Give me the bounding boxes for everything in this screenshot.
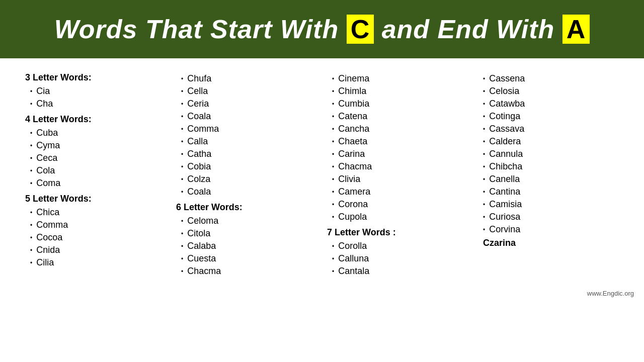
list-item: Chaeta [332,135,468,148]
section-4letter: 4 Letter Words: Cuba Cyma Ceca Cola Coma [25,114,166,190]
list-item: Cannula [483,148,619,160]
list-item: Chibcha [483,160,619,173]
section-title-3letter: 3 Letter Words: [25,72,166,83]
list-item: Corona [332,198,468,211]
words-6letter: Celoma Citola Calaba Cuesta Chacma [176,215,317,278]
words-5letter: Chica Comma Cocoa Cnida Cilia [25,206,166,269]
column-3: Cinema Chimla Cumbia Catena Cancha Chaet… [322,68,473,278]
list-item: Cassava [483,123,619,135]
list-item: Ceria [181,98,317,110]
list-item: Catena [332,110,468,123]
list-item: Chimla [332,85,468,98]
section-3letter: 3 Letter Words: Cia Cha [25,72,166,110]
list-item: Calluna [332,252,468,265]
list-item: Coala [181,110,317,123]
column-4: Cassena Celosia Catawba Cotinga Cassava … [473,68,624,278]
section-title-5letter: 5 Letter Words: [25,194,166,204]
czarina-word: Czarina [483,238,619,248]
list-item: Cantina [483,186,619,198]
list-item: Corolla [332,240,468,252]
website-url: www.Engdic.org [587,290,634,297]
list-item: Cola [30,164,166,177]
list-item: Cobia [181,160,317,173]
content-area: 3 Letter Words: Cia Cha 4 Letter Words: … [0,58,644,288]
list-item: Comma [30,219,166,231]
page-title: Words That Start With C and End With A [20,14,624,44]
list-item: Chacma [181,265,317,278]
list-item: Cocoa [30,231,166,244]
page-header: Words That Start With C and End With A [0,0,644,58]
list-item: Canella [483,173,619,186]
list-item: Colza [181,173,317,186]
section-title-6letter: 6 Letter Words: [176,202,317,213]
list-item: Cinema [332,72,468,85]
list-item: Cnida [30,244,166,256]
section-7letter: 7 Letter Words : Corolla Calluna Cantala [327,227,468,278]
list-item: Cha [30,98,166,110]
list-item: Catawba [483,98,619,110]
list-item: Comma [181,123,317,135]
column-1: 3 Letter Words: Cia Cha 4 Letter Words: … [20,68,171,278]
section-title-4letter: 4 Letter Words: [25,114,166,125]
list-item: Cancha [332,123,468,135]
list-item: Cupola [332,211,468,223]
list-item: Catha [181,148,317,160]
list-item: Cuesta [181,252,317,265]
section-5letter: 5 Letter Words: Chica Comma Cocoa Cnida … [25,194,166,269]
list-item: Corvina [483,223,619,236]
list-item: Coma [30,177,166,190]
list-item: Coala [181,186,317,198]
list-item: Chufa [181,72,317,85]
list-item: Cumbia [332,98,468,110]
words-7letter: Corolla Calluna Cantala [327,240,468,278]
list-item: Caldera [483,135,619,148]
list-item: Cotinga [483,110,619,123]
list-item: Ceca [30,152,166,164]
words-3letter: Cia Cha [25,85,166,110]
list-item: Cella [181,85,317,98]
column-2: Chufa Cella Ceria Coala Comma Calla Cath… [171,68,322,278]
list-item: Camera [332,186,468,198]
list-item: Chica [30,206,166,219]
words-col4: Cassena Celosia Catawba Cotinga Cassava … [478,72,619,236]
words-col2-top: Chufa Cella Ceria Coala Comma Calla Cath… [176,72,317,198]
footer: www.Engdic.org [0,288,644,301]
title-prefix: Words That Start With [54,15,347,44]
list-item: Cuba [30,127,166,139]
list-item: Cilia [30,256,166,269]
list-item: Cia [30,85,166,98]
list-item: Citola [181,227,317,240]
list-item: Clivia [332,173,468,186]
list-item: Celoma [181,215,317,227]
words-4letter: Cuba Cyma Ceca Cola Coma [25,127,166,190]
list-item: Camisia [483,198,619,211]
letter-c: C [347,15,374,44]
list-item: Celosia [483,85,619,98]
section-6letter: 6 Letter Words: Celoma Citola Calaba Cue… [176,202,317,278]
list-item: Calla [181,135,317,148]
words-col3-top: Cinema Chimla Cumbia Catena Cancha Chaet… [327,72,468,223]
section-title-7letter: 7 Letter Words : [327,227,468,238]
list-item: Calaba [181,240,317,252]
list-item: Curiosa [483,211,619,223]
list-item: Cantala [332,265,468,278]
list-item: Cyma [30,139,166,152]
letter-a: A [562,15,590,44]
list-item: Carina [332,148,468,160]
list-item: Cassena [483,72,619,85]
list-item: Chacma [332,160,468,173]
title-middle: and End With [374,15,562,44]
